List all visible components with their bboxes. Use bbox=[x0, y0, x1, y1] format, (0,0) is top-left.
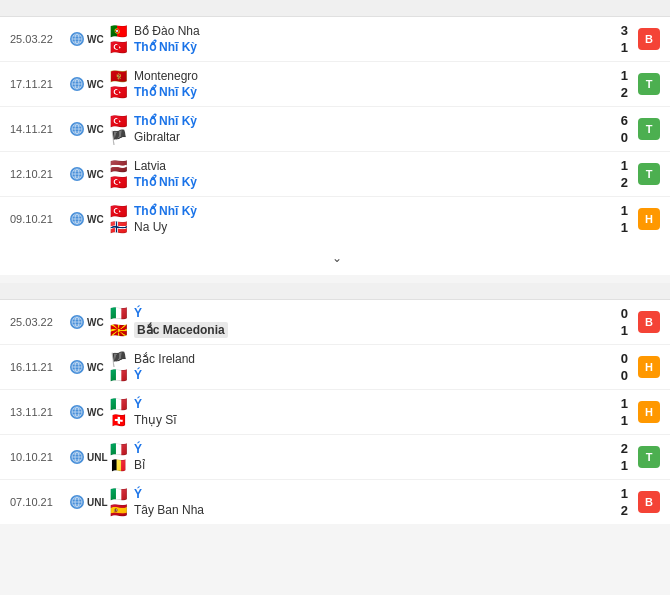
show-more-button[interactable]: ⌄ bbox=[0, 241, 670, 275]
team2-row: 🇳🇴 Na Uy bbox=[108, 220, 590, 234]
team2-row: 🇲🇰 Bắc Macedonia bbox=[108, 322, 590, 338]
match-date: 25.03.22 bbox=[10, 316, 70, 328]
teams-column: 🇮🇹 Ý 🇲🇰 Bắc Macedonia bbox=[108, 306, 590, 338]
score2: 1 bbox=[621, 323, 628, 338]
match-row[interactable]: 25.03.22 WC bbox=[0, 17, 670, 62]
team2-row: 🇮🇹 Ý bbox=[108, 368, 590, 382]
result-badge: H bbox=[638, 356, 660, 378]
flag-na-uy: 🇳🇴 bbox=[108, 220, 128, 234]
team2-name: Tây Ban Nha bbox=[134, 503, 204, 517]
competition-icon bbox=[70, 450, 84, 464]
score2: 1 bbox=[621, 458, 628, 473]
team1-name: Ý bbox=[134, 397, 142, 411]
scores-column: 1 2 bbox=[598, 68, 628, 100]
match-row[interactable]: 16.11.21 WC bbox=[0, 345, 670, 390]
chevron-down-icon: ⌄ bbox=[332, 251, 342, 265]
teams-column: 🏴 Bắc Ireland 🇮🇹 Ý bbox=[108, 352, 590, 382]
score1: 6 bbox=[621, 113, 628, 128]
team1-name: Montenegro bbox=[134, 69, 198, 83]
score2: 2 bbox=[621, 175, 628, 190]
team1-name: Ý bbox=[134, 487, 142, 501]
comp-label: WC bbox=[87, 317, 104, 328]
team2-name: Thổ Nhĩ Kỳ bbox=[134, 175, 197, 189]
flag-gibraltar: 🏴 bbox=[108, 130, 128, 144]
score1: 1 bbox=[621, 158, 628, 173]
team1-name: Bồ Đào Nha bbox=[134, 24, 200, 38]
score2: 1 bbox=[621, 413, 628, 428]
flag-ý: 🇮🇹 bbox=[108, 487, 128, 501]
match-comp: WC bbox=[70, 315, 108, 329]
comp-label: UNL bbox=[87, 497, 108, 508]
result-badge: T bbox=[638, 446, 660, 468]
comp-label: WC bbox=[87, 407, 104, 418]
team1-name: Thổ Nhĩ Kỳ bbox=[134, 204, 197, 218]
team1-name: Thổ Nhĩ Kỳ bbox=[134, 114, 197, 128]
team2-name: Thổ Nhĩ Kỳ bbox=[134, 85, 197, 99]
team1-row: 🇹🇷 Thổ Nhĩ Kỳ bbox=[108, 204, 590, 218]
score1: 1 bbox=[621, 203, 628, 218]
match-row[interactable]: 25.03.22 WC bbox=[0, 300, 670, 345]
match-row[interactable]: 07.10.21 UNL bbox=[0, 480, 670, 524]
section-italy-header bbox=[0, 283, 670, 300]
team2-row: 🇪🇸 Tây Ban Nha bbox=[108, 503, 590, 517]
result-badge: B bbox=[638, 491, 660, 513]
comp-label: WC bbox=[87, 124, 104, 135]
match-date: 09.10.21 bbox=[10, 213, 70, 225]
match-row[interactable]: 14.11.21 WC bbox=[0, 107, 670, 152]
score2: 2 bbox=[621, 503, 628, 518]
score1: 3 bbox=[621, 23, 628, 38]
flag-thổ-nhĩ-kỳ: 🇹🇷 bbox=[108, 114, 128, 128]
team2-row: 🇧🇪 Bỉ bbox=[108, 458, 590, 472]
team1-name: Ý bbox=[134, 442, 142, 456]
match-comp: WC bbox=[70, 360, 108, 374]
team2-name: Bắc Macedonia bbox=[134, 322, 228, 338]
result-badge: H bbox=[638, 401, 660, 423]
comp-label: WC bbox=[87, 214, 104, 225]
team1-row: 🇮🇹 Ý bbox=[108, 397, 590, 411]
scores-column: 0 0 bbox=[598, 351, 628, 383]
scores-column: 1 1 bbox=[598, 396, 628, 428]
match-row[interactable]: 17.11.21 WC bbox=[0, 62, 670, 107]
flag-ý: 🇮🇹 bbox=[108, 306, 128, 320]
match-date: 10.10.21 bbox=[10, 451, 70, 463]
scores-column: 1 2 bbox=[598, 158, 628, 190]
team2-name: Gibraltar bbox=[134, 130, 180, 144]
team2-row: 🇹🇷 Thổ Nhĩ Kỳ bbox=[108, 40, 590, 54]
team1-row: 🇲🇪 Montenegro bbox=[108, 69, 590, 83]
match-comp: WC bbox=[70, 167, 108, 181]
result-badge: H bbox=[638, 208, 660, 230]
scores-column: 1 2 bbox=[598, 486, 628, 518]
section-turkey-header bbox=[0, 0, 670, 17]
score2: 0 bbox=[621, 130, 628, 145]
result-badge: T bbox=[638, 163, 660, 185]
match-comp: WC bbox=[70, 77, 108, 91]
teams-column: 🇵🇹 Bồ Đào Nha 🇹🇷 Thổ Nhĩ Kỳ bbox=[108, 24, 590, 54]
team1-row: 🏴 Bắc Ireland bbox=[108, 352, 590, 366]
competition-icon bbox=[70, 77, 84, 91]
team1-row: 🇱🇻 Latvia bbox=[108, 159, 590, 173]
comp-label: WC bbox=[87, 79, 104, 90]
match-row[interactable]: 10.10.21 UNL bbox=[0, 435, 670, 480]
team1-name: Bắc Ireland bbox=[134, 352, 195, 366]
comp-label: WC bbox=[87, 362, 104, 373]
flag-thổ-nhĩ-kỳ: 🇹🇷 bbox=[108, 85, 128, 99]
teams-column: 🇮🇹 Ý 🇨🇭 Thụy Sĩ bbox=[108, 397, 590, 427]
team1-row: 🇵🇹 Bồ Đào Nha bbox=[108, 24, 590, 38]
match-row[interactable]: 09.10.21 WC bbox=[0, 197, 670, 241]
team1-row: 🇹🇷 Thổ Nhĩ Kỳ bbox=[108, 114, 590, 128]
scores-column: 2 1 bbox=[598, 441, 628, 473]
teams-column: 🇮🇹 Ý 🇧🇪 Bỉ bbox=[108, 442, 590, 472]
teams-column: 🇱🇻 Latvia 🇹🇷 Thổ Nhĩ Kỳ bbox=[108, 159, 590, 189]
flag-thổ-nhĩ-kỳ: 🇹🇷 bbox=[108, 175, 128, 189]
scores-column: 0 1 bbox=[598, 306, 628, 338]
scores-column: 1 1 bbox=[598, 203, 628, 235]
score1: 1 bbox=[621, 68, 628, 83]
flag-bắc-ireland: 🏴 bbox=[108, 352, 128, 366]
teams-column: 🇹🇷 Thổ Nhĩ Kỳ 🇳🇴 Na Uy bbox=[108, 204, 590, 234]
match-comp: WC bbox=[70, 122, 108, 136]
match-row[interactable]: 12.10.21 WC bbox=[0, 152, 670, 197]
comp-label: WC bbox=[87, 34, 104, 45]
comp-label: UNL bbox=[87, 452, 108, 463]
match-row[interactable]: 13.11.21 WC bbox=[0, 390, 670, 435]
score1: 2 bbox=[621, 441, 628, 456]
